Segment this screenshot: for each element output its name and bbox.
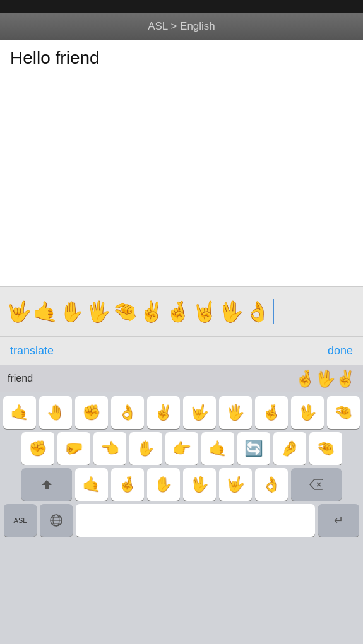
key-11[interactable]: ✊: [21, 432, 54, 465]
key-23[interactable]: ✋: [147, 468, 180, 501]
key-24[interactable]: 🖖: [183, 468, 216, 501]
keyboard: 🤙 🤚 ✊ 👌 ✌️ 🤟 🖐 🤞 🖖 🤏 ✊ 🤛 👈 ✋ 👉 🤙 🔄 🤌 🤏 🤙…: [0, 392, 363, 644]
key-16[interactable]: 🤙: [201, 432, 234, 465]
sign-char: 🖐: [86, 302, 111, 322]
key-14[interactable]: ✋: [129, 432, 162, 465]
nav-title: ASL > English: [148, 20, 215, 33]
autocomplete-signs: 🤞🖖✌️: [295, 369, 355, 389]
nav-header: ASL > English: [0, 13, 363, 40]
signs-strip: 🤟 🤙 ✋ 🖐 🤏 ✌️ 🤞 🤘 🖖 👌: [0, 286, 363, 337]
sign-char: 🤟: [6, 302, 32, 322]
key-4[interactable]: 👌: [111, 396, 144, 429]
keyboard-row-1: 🤙 🤚 ✊ 👌 ✌️ 🤟 🖐 🤞 🖖 🤏: [2, 396, 361, 429]
sign-char: ✌️: [139, 302, 164, 322]
signs-strip-inner: 🤟 🤙 ✋ 🖐 🤏 ✌️ 🤞 🤘 🖖 👌: [6, 299, 274, 324]
sign-char: 🤏: [112, 302, 138, 322]
key-25[interactable]: 🤟: [219, 468, 252, 501]
action-bar: translate done: [0, 337, 363, 365]
text-cursor: [273, 299, 274, 324]
key-7[interactable]: 🖐: [219, 396, 252, 429]
translate-button[interactable]: translate: [10, 344, 54, 358]
key-12[interactable]: 🤛: [57, 432, 90, 465]
key-10[interactable]: 🤏: [327, 396, 360, 429]
autocomplete-bar: friend 🤞🖖✌️: [0, 365, 363, 392]
key-21[interactable]: 🤙: [75, 468, 108, 501]
key-18[interactable]: 🤌: [273, 432, 306, 465]
sign-char: 🖖: [218, 302, 244, 322]
keyboard-row-3: 🤙 🤞 ✋ 🖖 🤟 👌: [2, 468, 361, 501]
space-key[interactable]: [76, 504, 315, 537]
sign-char: 🤘: [192, 302, 217, 322]
translated-text: Hello friend: [10, 48, 100, 67]
key-15[interactable]: 👉: [165, 432, 198, 465]
translation-area: Hello friend: [0, 40, 363, 286]
key-5[interactable]: ✌️: [147, 396, 180, 429]
done-button[interactable]: done: [328, 344, 353, 358]
delete-key[interactable]: [291, 468, 342, 501]
key-19[interactable]: 🤏: [309, 432, 342, 465]
globe-key[interactable]: [40, 504, 73, 537]
asl-key[interactable]: ASL: [4, 504, 37, 537]
key-2[interactable]: 🤚: [39, 396, 72, 429]
keyboard-row-2: ✊ 🤛 👈 ✋ 👉 🤙 🔄 🤌 🤏: [2, 432, 361, 465]
status-bar: [0, 0, 363, 13]
key-26[interactable]: 👌: [255, 468, 288, 501]
shift-key[interactable]: [21, 468, 72, 501]
key-17[interactable]: 🔄: [237, 432, 270, 465]
key-8[interactable]: 🤞: [255, 396, 288, 429]
key-9[interactable]: 🖖: [291, 396, 324, 429]
keyboard-row-4: ASL ↵: [2, 504, 361, 537]
autocomplete-word[interactable]: friend: [8, 373, 33, 384]
sign-char: 👌: [245, 302, 270, 322]
key-1[interactable]: 🤙: [3, 396, 36, 429]
sign-char: 🤙: [33, 302, 58, 322]
key-3[interactable]: ✊: [75, 396, 108, 429]
key-22[interactable]: 🤞: [111, 468, 144, 501]
sign-char: 🤞: [165, 302, 191, 322]
key-6[interactable]: 🤟: [183, 396, 216, 429]
sign-char: ✋: [59, 302, 85, 322]
key-13[interactable]: 👈: [93, 432, 126, 465]
return-key[interactable]: ↵: [318, 504, 359, 537]
